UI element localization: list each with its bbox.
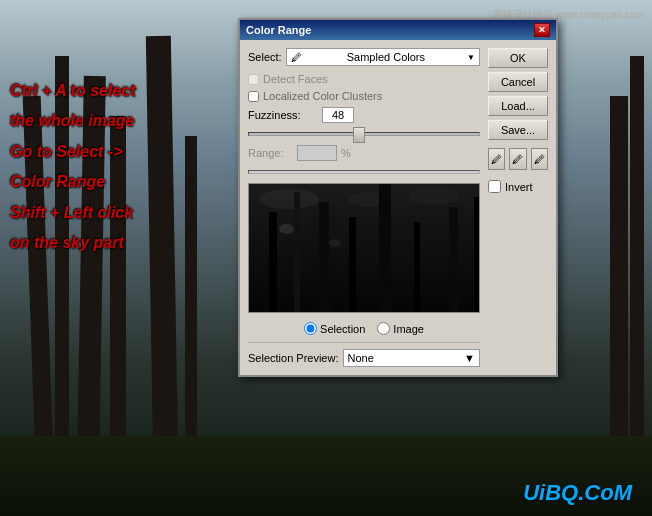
- localized-clusters-row: Localized Color Clusters: [248, 90, 480, 102]
- instruction-line-1: Ctrl + A to select: [10, 80, 136, 102]
- close-button[interactable]: ✕: [534, 23, 550, 37]
- eyedropper-base-icon: 🖉: [534, 153, 545, 165]
- range-slider-track: [248, 170, 480, 174]
- ok-button[interactable]: OK: [488, 48, 548, 68]
- selection-preview-dropdown[interactable]: None ▼: [343, 349, 481, 367]
- range-percent: %: [341, 147, 351, 159]
- instruction-line-2: the whole image: [10, 110, 136, 132]
- range-label: Range:: [248, 147, 293, 159]
- detect-faces-label: Detect Faces: [263, 73, 328, 85]
- eyedropper-base-button[interactable]: 🖉: [531, 148, 548, 170]
- select-label: Select:: [248, 51, 282, 63]
- selection-radio-option[interactable]: Selection: [304, 322, 365, 335]
- eyedropper-add-button[interactable]: 🖉: [488, 148, 505, 170]
- chevron-down-icon-2: ▼: [464, 352, 475, 364]
- selection-preview-value: None: [348, 352, 374, 364]
- preview-image: [248, 183, 480, 313]
- instruction-line-7: Shift + Left click: [10, 202, 136, 224]
- instruction-line-5: Color Range: [10, 171, 136, 193]
- eyedropper-minus-icon: 🖉: [512, 153, 523, 165]
- save-button[interactable]: Save...: [488, 120, 548, 140]
- radio-row: Selection Image: [248, 322, 480, 335]
- fuzziness-input[interactable]: [322, 107, 354, 123]
- localized-clusters-label: Localized Color Clusters: [263, 90, 382, 102]
- selection-preview-row: Selection Preview: None ▼: [248, 342, 480, 367]
- fuzziness-slider-thumb[interactable]: [353, 127, 365, 143]
- instructions-overlay: Ctrl + A to select the whole image Go to…: [10, 80, 136, 262]
- instruction-line-4: Go to Select ->: [10, 141, 136, 163]
- fuzziness-label: Fuzziness:: [248, 109, 318, 121]
- localized-clusters-checkbox[interactable]: [248, 91, 259, 102]
- chevron-down-icon: ▼: [467, 53, 475, 62]
- select-value: Sampled Colors: [347, 51, 425, 63]
- eyedropper-subtract-button[interactable]: 🖉: [509, 148, 526, 170]
- dialog-title: Color Range: [246, 24, 311, 36]
- color-range-dialog: Color Range ✕ Select: 🖉 Sampled Colors ▼…: [238, 18, 558, 377]
- instruction-line-8: on the sky part: [10, 232, 136, 254]
- cancel-button[interactable]: Cancel: [488, 72, 548, 92]
- preview-content: [249, 184, 479, 312]
- detect-faces-row: Detect Faces: [248, 73, 480, 85]
- selection-preview-label: Selection Preview:: [248, 352, 339, 364]
- fuzziness-row: Fuzziness:: [248, 107, 480, 123]
- main-panel: Select: 🖉 Sampled Colors ▼ Detect Faces …: [248, 48, 480, 367]
- detect-faces-checkbox[interactable]: [248, 74, 259, 85]
- image-radio-option[interactable]: Image: [377, 322, 424, 335]
- eyedropper-icon: 🖉: [491, 153, 502, 165]
- right-panel: OK Cancel Load... Save... 🖉 🖉 🖉 Invert: [488, 48, 548, 367]
- select-icon: 🖉: [291, 51, 302, 63]
- invert-row: Invert: [488, 180, 548, 193]
- range-slider-container: [248, 168, 480, 176]
- invert-checkbox[interactable]: [488, 180, 501, 193]
- select-row: Select: 🖉 Sampled Colors ▼: [248, 48, 480, 66]
- eyedropper-tools: 🖉 🖉 🖉: [488, 148, 548, 170]
- load-button[interactable]: Load...: [488, 96, 548, 116]
- range-row: Range: %: [248, 145, 480, 161]
- selection-radio[interactable]: [304, 322, 317, 335]
- range-input[interactable]: [297, 145, 337, 161]
- select-dropdown[interactable]: 🖉 Sampled Colors ▼: [286, 48, 480, 66]
- fuzziness-slider-track[interactable]: [248, 132, 480, 136]
- image-radio[interactable]: [377, 322, 390, 335]
- image-radio-label: Image: [393, 323, 424, 335]
- dialog-body: Select: 🖉 Sampled Colors ▼ Detect Faces …: [240, 40, 556, 375]
- invert-label: Invert: [505, 181, 533, 193]
- uibq-watermark: UiBQ.CoM: [523, 480, 632, 506]
- fuzziness-slider-container: [248, 130, 480, 138]
- selection-radio-label: Selection: [320, 323, 365, 335]
- dialog-title-bar: Color Range ✕: [240, 20, 556, 40]
